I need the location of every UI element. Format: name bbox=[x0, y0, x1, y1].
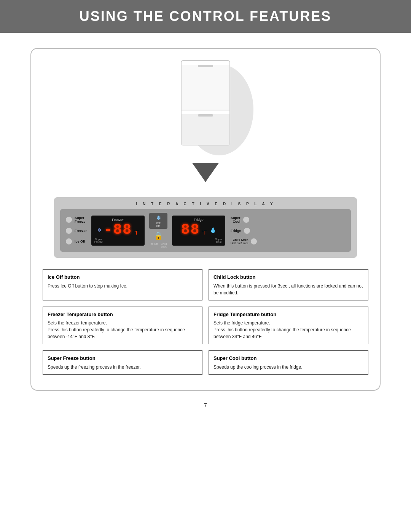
freezer-section-label: Freezer bbox=[112, 218, 124, 222]
fridge-handle-bottom bbox=[198, 114, 213, 117]
fridge-degree: °F bbox=[201, 230, 207, 236]
freezer-sublabel-left: SuperFreeze bbox=[94, 238, 103, 243]
right-buttons: SuperCool Fridge Child LockHold on 3 sec… bbox=[231, 216, 257, 245]
freezer-btn-label[interactable]: Freezer bbox=[65, 227, 87, 234]
fridge-circle[interactable] bbox=[244, 227, 250, 234]
fridge-display-row: 88 °F 💧 bbox=[181, 223, 217, 237]
ice-off-annotation-box: Ice Off button Press Ice Off button to s… bbox=[43, 269, 202, 300]
child-lock-icon[interactable]: 🔒 bbox=[154, 231, 163, 240]
super-freeze-title: Super Freeze button bbox=[48, 355, 198, 362]
super-cool-text: Speeds up the cooling process in the fri… bbox=[213, 364, 363, 371]
page-title: USING THE CONTROL FEATURES bbox=[23, 8, 388, 24]
super-cool-label: SuperCool bbox=[231, 216, 241, 224]
super-freeze-circle[interactable] bbox=[65, 216, 72, 223]
super-cool-btn-label[interactable]: SuperCool bbox=[231, 216, 257, 224]
control-panel-wrapper: I N T E R A C T I V E D I S P L A Y Supe… bbox=[54, 197, 357, 258]
super-cool-title: Super Cool button bbox=[213, 355, 363, 362]
ice-crystal-icon: ❄ bbox=[156, 214, 161, 222]
child-lock-btn-label[interactable]: Child LockHold on 3 secs bbox=[231, 238, 257, 245]
middle-controls: ❄ ICEOff 🔒 Ice Off ChildLock bbox=[148, 213, 169, 248]
freezer-display-row: ❄ -88 °F bbox=[97, 223, 139, 237]
water-drop-icon: 💧 bbox=[210, 227, 216, 233]
super-freeze-label: SuperFreeze bbox=[75, 216, 86, 224]
ice-off-button-title: Ice Off button bbox=[48, 273, 198, 281]
fridge-section-label: Fridge bbox=[194, 218, 204, 222]
bottom-annotations: Super Freeze button Speeds up the freezi… bbox=[43, 350, 368, 375]
freezer-sublabels: SuperFreeze bbox=[94, 238, 142, 243]
fridge-sublabel-right: SuperCool bbox=[215, 238, 222, 243]
control-panel: SuperFreeze Freezer Ice Off Freezer bbox=[60, 209, 351, 252]
ice-off-circle[interactable] bbox=[65, 238, 72, 245]
freezer-temp-annotation-box: Freezer Temperature button Sets the free… bbox=[43, 307, 202, 345]
fridge-temp-annotation-box: Fridge Temperature button Sets the fridg… bbox=[209, 307, 368, 345]
child-lock-button-title: Child Lock button bbox=[213, 273, 363, 281]
super-freeze-annotation-box: Super Freeze button Speeds up the freezi… bbox=[43, 350, 202, 375]
middle-sublabels: Ice Off ChildLock bbox=[150, 243, 167, 248]
fridge-right-label: Fridge bbox=[231, 229, 241, 233]
freezer-temp-title: Freezer Temperature button bbox=[48, 311, 198, 318]
panel-with-labels: I N T E R A C T I V E D I S P L A Y Supe… bbox=[50, 197, 361, 258]
snowflake-icon: ❄ bbox=[97, 227, 102, 233]
fridge-temp-title: Fridge Temperature button bbox=[213, 311, 363, 318]
child-lock-right-label: Child LockHold on 3 secs bbox=[231, 238, 248, 245]
fridge-digits: 88 bbox=[181, 223, 200, 237]
fridge-display: Fridge 88 °F 💧 SuperCool bbox=[172, 216, 225, 246]
freezer-display: Freezer ❄ -88 °F SuperFreeze bbox=[91, 216, 145, 246]
child-lock-annotation-box: Child Lock button When this button is pr… bbox=[209, 269, 368, 300]
ice-off-sublabel: Ice Off bbox=[150, 243, 158, 248]
ice-off-btn-label[interactable]: Ice Off bbox=[65, 238, 87, 245]
ice-off-button-text: Press Ice Off button to stop making Ice. bbox=[48, 283, 198, 289]
freezer-temp-text: Sets the freezer temperature.Press this … bbox=[48, 320, 198, 340]
page-number: 7 bbox=[204, 402, 207, 408]
ice-off-icon-btn[interactable]: ❄ ICEOff bbox=[149, 213, 167, 229]
fridge-handle-top bbox=[198, 65, 213, 67]
freezer-degree: °F bbox=[134, 230, 139, 236]
freezer-digits: -88 bbox=[104, 223, 132, 237]
fridge-temp-text: Sets the fridge temperature.Press this b… bbox=[213, 320, 363, 340]
ice-off-icon-label: ICEOff bbox=[156, 222, 161, 227]
left-buttons: SuperFreeze Freezer Ice Off bbox=[65, 216, 87, 245]
annotations-wrapper: Ice Off button Press Ice Off button to s… bbox=[43, 269, 368, 375]
middle-annotations: Freezer Temperature button Sets the free… bbox=[43, 307, 368, 345]
fridge-body bbox=[181, 60, 230, 145]
fridge-btn-label[interactable]: Fridge bbox=[231, 227, 257, 234]
child-lock-circle[interactable] bbox=[250, 238, 257, 245]
freezer-label: Freezer bbox=[75, 229, 87, 233]
fridge-bottom-section bbox=[182, 114, 229, 145]
super-cool-circle[interactable] bbox=[243, 216, 250, 223]
fridge-sublabels: SuperCool bbox=[175, 238, 222, 243]
super-freeze-btn-label[interactable]: SuperFreeze bbox=[65, 216, 87, 224]
freezer-circle[interactable] bbox=[65, 227, 72, 234]
main-content: I N T E R A C T I V E D I S P L A Y Supe… bbox=[30, 48, 381, 391]
ice-off-label: Ice Off bbox=[75, 240, 85, 243]
child-lock-button-text: When this button is pressed for 3sec., a… bbox=[213, 283, 363, 296]
fridge-illustration bbox=[43, 60, 368, 190]
arrow-down-icon bbox=[192, 163, 219, 182]
page-header: USING THE CONTROL FEATURES bbox=[0, 0, 411, 33]
interactive-display-label: I N T E R A C T I V E D I S P L A Y bbox=[60, 202, 351, 206]
child-lock-sublabel: ChildLock bbox=[161, 243, 167, 248]
super-freeze-text: Speeds up the freezing process in the fr… bbox=[48, 364, 198, 371]
top-annotations: Ice Off button Press Ice Off button to s… bbox=[43, 269, 368, 300]
super-cool-annotation-box: Super Cool button Speeds up the cooling … bbox=[209, 350, 368, 375]
fridge-top-section bbox=[182, 65, 229, 110]
